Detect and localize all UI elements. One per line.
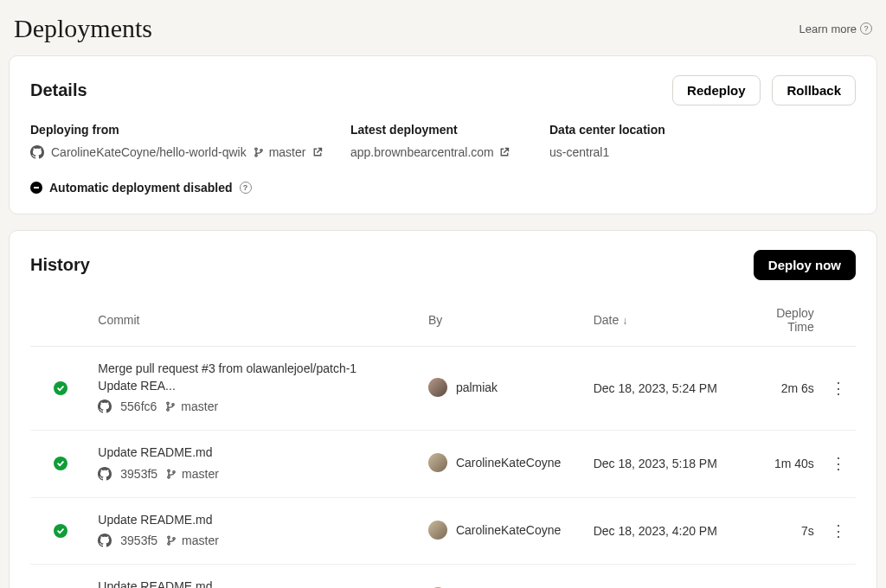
rollback-button[interactable]: Rollback [772, 75, 856, 105]
table-row: Update README.md 3953f5 master CarolineK… [30, 565, 856, 588]
data-center-label: Data center location [549, 123, 856, 137]
commit-branch: master [181, 399, 218, 413]
author-name[interactable]: CarolineKateCoyne [456, 523, 561, 537]
deploy-date: Dec 18, 2023, 5:24 PM [587, 347, 743, 431]
github-icon [98, 467, 112, 481]
commit-sha[interactable]: 556fc6 [120, 399, 157, 413]
row-menu-button[interactable]: ⋮ [831, 522, 846, 540]
avatar [428, 521, 447, 540]
github-icon [98, 534, 112, 547]
table-row: Merge pull request #3 from olawanlejoel/… [30, 347, 856, 431]
col-status [30, 297, 91, 347]
svg-point-7 [168, 476, 170, 477]
row-menu-button[interactable]: ⋮ [831, 380, 846, 397]
github-icon [30, 145, 44, 159]
branch-icon [166, 535, 177, 546]
commit-sha[interactable]: 3953f5 [120, 534, 157, 547]
github-icon [98, 399, 112, 413]
row-menu-button[interactable]: ⋮ [831, 455, 846, 472]
col-menu [821, 297, 856, 347]
history-table: Commit By Date↓ Deploy Time Merge pull r… [30, 297, 856, 588]
svg-point-9 [168, 536, 170, 538]
col-commit[interactable]: Commit [91, 297, 421, 347]
help-icon[interactable]: ? [240, 182, 252, 194]
commit-branch: master [182, 534, 219, 547]
branch-icon [254, 147, 264, 157]
commit-message[interactable]: Merge pull request #3 from olawanlejoel/… [98, 361, 392, 394]
svg-point-10 [168, 543, 170, 545]
history-card: History Deploy now Commit By Date↓ Deplo… [9, 230, 877, 588]
commit-message[interactable]: Update README.md [98, 444, 392, 462]
commit-sha[interactable]: 3953f5 [120, 467, 157, 481]
author-name[interactable]: palmiak [456, 380, 498, 394]
details-card: Details Redeploy Rollback Deploying from… [9, 55, 877, 214]
table-row: Update README.md 3953f5 master CarolineK… [30, 431, 856, 498]
repo-branch: master [269, 145, 306, 159]
col-date-label: Date [594, 313, 620, 327]
commit-message[interactable]: Update README.md [98, 512, 392, 529]
auto-deploy-status: Automatic deployment disabled [49, 181, 233, 195]
data-center-value: us-central1 [549, 145, 609, 159]
table-row: Update README.md 3953f5 master CarolineK… [30, 497, 856, 565]
col-deploy-time[interactable]: Deploy Time [742, 297, 820, 347]
svg-point-1 [254, 155, 256, 157]
commit-message[interactable]: Update README.md [98, 578, 392, 588]
svg-point-6 [168, 470, 170, 471]
avatar [428, 453, 447, 472]
status-success-icon [54, 524, 67, 538]
svg-point-2 [260, 150, 261, 151]
svg-point-0 [254, 148, 256, 150]
avatar [428, 378, 447, 397]
deploy-duration: 2m 7s [742, 565, 820, 588]
deploy-now-button[interactable]: Deploy now [754, 250, 856, 280]
learn-more-link[interactable]: Learn more ? [799, 22, 872, 35]
col-by[interactable]: By [421, 297, 587, 347]
repo-name[interactable]: CarolineKateCoyne/hello-world-qwik [51, 145, 247, 159]
latest-deployment-label: Latest deployment [350, 123, 541, 137]
author-name[interactable]: CarolineKateCoyne [456, 456, 561, 470]
branch-icon [166, 469, 177, 479]
latest-deployment-url[interactable]: app.brownbearcentral.com [350, 145, 494, 159]
history-title: History [30, 255, 90, 275]
status-success-icon [54, 381, 67, 395]
deploy-duration: 2m 6s [742, 347, 820, 431]
page-title: Deployments [14, 14, 152, 43]
external-link-icon[interactable] [499, 147, 510, 157]
svg-point-8 [173, 470, 175, 472]
pause-icon [30, 182, 42, 194]
status-success-icon [54, 457, 67, 470]
help-icon: ? [860, 22, 872, 35]
deploy-duration: 7s [742, 497, 820, 565]
svg-point-4 [167, 409, 169, 411]
sort-desc-icon: ↓ [622, 315, 627, 327]
col-date[interactable]: Date↓ [587, 297, 743, 347]
commit-branch: master [182, 467, 219, 481]
redeploy-button[interactable]: Redeploy [672, 75, 761, 105]
learn-more-label: Learn more [799, 22, 857, 35]
svg-point-3 [167, 402, 169, 404]
svg-point-5 [172, 404, 174, 406]
external-link-icon[interactable] [312, 147, 323, 157]
deploy-date: Dec 18, 2023, 4:20 PM [587, 497, 743, 565]
deploy-date: Dec 18, 2023, 5:18 PM [587, 431, 743, 498]
details-title: Details [30, 80, 87, 100]
deploy-duration: 1m 40s [742, 431, 820, 498]
deploying-from-label: Deploying from [30, 123, 342, 137]
branch-icon [165, 401, 176, 412]
svg-point-11 [173, 538, 175, 540]
deploy-date: Dec 18, 2023, 3:18 PM [587, 565, 743, 588]
